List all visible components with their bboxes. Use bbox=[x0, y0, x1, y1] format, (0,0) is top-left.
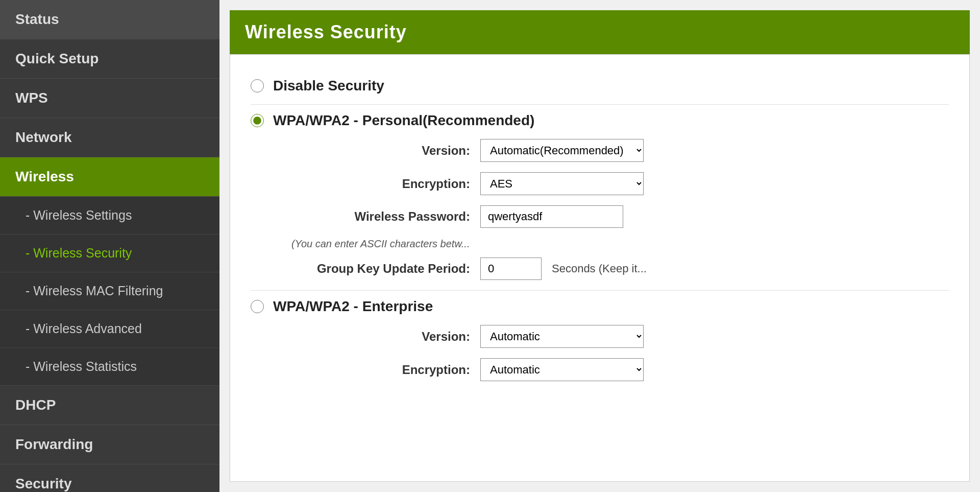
sidebar-item--wireless-statistics[interactable]: - Wireless Statistics bbox=[0, 348, 219, 386]
version-select-personal[interactable]: Automatic(Recommended) WPA WPA2 bbox=[480, 139, 644, 162]
seconds-label: Seconds (Keep it... bbox=[552, 262, 647, 275]
group-key-fields: Group Key Update Period: Seconds (Keep i… bbox=[291, 257, 949, 280]
page-title: Wireless Security bbox=[230, 10, 970, 54]
sidebar-item-network[interactable]: Network bbox=[0, 118, 219, 157]
disable-security-row: Disable Security bbox=[251, 78, 949, 94]
encryption-row-personal: Encryption: AES TKIP Automatic bbox=[291, 172, 949, 195]
encryption-select-enterprise[interactable]: Automatic AES TKIP bbox=[480, 358, 644, 381]
password-label: Wireless Password: bbox=[291, 209, 470, 224]
wpa-enterprise-fields: Version: Automatic WPA WPA2 Encryption: … bbox=[291, 325, 949, 381]
password-hint: (You can enter ASCII characters betw... bbox=[291, 238, 949, 250]
encryption-row-enterprise: Encryption: Automatic AES TKIP bbox=[291, 358, 949, 381]
wpa-personal-row: WPA/WPA2 - Personal(Recommended) bbox=[251, 112, 949, 129]
group-key-row: Group Key Update Period: Seconds (Keep i… bbox=[291, 257, 949, 280]
divider-2 bbox=[251, 290, 949, 291]
sidebar-item--wireless-mac-filtering[interactable]: - Wireless MAC Filtering bbox=[0, 272, 219, 310]
group-key-label: Group Key Update Period: bbox=[291, 262, 470, 276]
main-content: Wireless Security Disable Security WPA/W… bbox=[219, 0, 980, 492]
version-row-personal: Version: Automatic(Recommended) WPA WPA2 bbox=[291, 139, 949, 162]
sidebar: StatusQuick SetupWPSNetworkWireless- Wir… bbox=[0, 0, 219, 492]
password-input[interactable] bbox=[480, 205, 623, 228]
sidebar-item-forwarding[interactable]: Forwarding bbox=[0, 425, 219, 464]
sidebar-item-wireless[interactable]: Wireless bbox=[0, 157, 219, 197]
version-label-personal: Version: bbox=[291, 144, 470, 158]
wpa-enterprise-radio[interactable] bbox=[251, 300, 264, 313]
disable-security-radio[interactable] bbox=[251, 79, 264, 92]
group-key-input[interactable] bbox=[480, 257, 542, 280]
sidebar-item-status[interactable]: Status bbox=[0, 0, 219, 39]
divider-1 bbox=[251, 104, 949, 105]
sidebar-item--wireless-advanced[interactable]: - Wireless Advanced bbox=[0, 310, 219, 348]
wpa-personal-fields: Version: Automatic(Recommended) WPA WPA2… bbox=[291, 139, 949, 228]
encryption-label-enterprise: Encryption: bbox=[291, 363, 470, 377]
sidebar-item--wireless-settings[interactable]: - Wireless Settings bbox=[0, 197, 219, 235]
wpa-enterprise-row: WPA/WPA2 - Enterprise bbox=[251, 298, 949, 315]
version-select-enterprise[interactable]: Automatic WPA WPA2 bbox=[480, 325, 644, 348]
content-area: Disable Security WPA/WPA2 - Personal(Rec… bbox=[230, 54, 970, 482]
wpa-enterprise-label: WPA/WPA2 - Enterprise bbox=[273, 298, 433, 315]
encryption-label-personal: Encryption: bbox=[291, 177, 470, 191]
wpa-personal-label: WPA/WPA2 - Personal(Recommended) bbox=[273, 112, 534, 129]
wpa-personal-radio[interactable] bbox=[251, 114, 264, 127]
encryption-select-personal[interactable]: AES TKIP Automatic bbox=[480, 172, 644, 195]
password-row: Wireless Password: bbox=[291, 205, 949, 228]
version-label-enterprise: Version: bbox=[291, 330, 470, 344]
sidebar-item-quick-setup[interactable]: Quick Setup bbox=[0, 39, 219, 79]
sidebar-item-wps[interactable]: WPS bbox=[0, 79, 219, 118]
sidebar-item-dhcp[interactable]: DHCP bbox=[0, 386, 219, 425]
sidebar-item--wireless-security[interactable]: - Wireless Security bbox=[0, 235, 219, 272]
sidebar-item-security[interactable]: Security bbox=[0, 464, 219, 492]
version-row-enterprise: Version: Automatic WPA WPA2 bbox=[291, 325, 949, 348]
disable-security-label: Disable Security bbox=[273, 78, 384, 94]
